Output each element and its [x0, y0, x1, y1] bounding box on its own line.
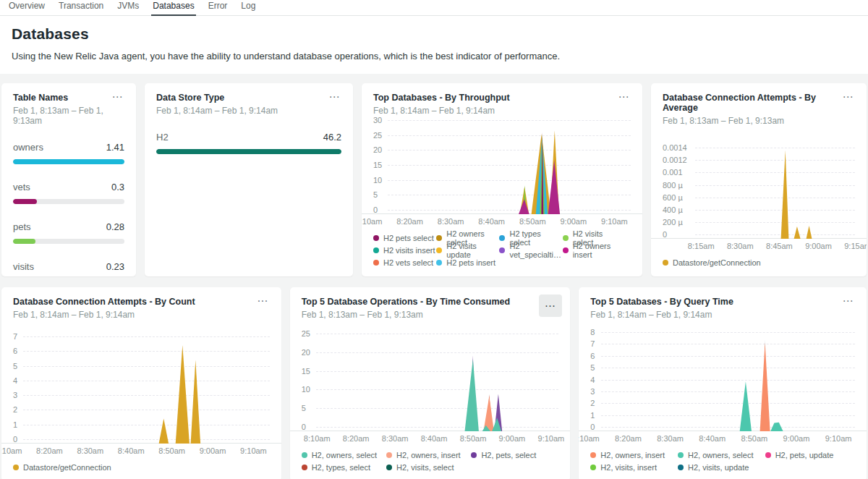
bar-fill — [13, 199, 37, 204]
chart-plot-area[interactable]: 0200 µ400 µ600 µ800 µ0.0010.00120.0014 — [663, 145, 855, 239]
bar-value: 0.3 — [111, 182, 124, 192]
legend-item[interactable]: H2 pets select — [373, 233, 436, 243]
legend-item[interactable]: H2 vet_specialti… — [499, 245, 562, 255]
panel-menu-button[interactable]: ⋯ — [614, 88, 635, 105]
chart-series-area[interactable] — [302, 334, 559, 431]
bar-track — [13, 199, 124, 204]
ellipsis-icon: ⋯ — [257, 294, 269, 307]
tab-jvms[interactable]: JVMs — [116, 0, 140, 16]
legend-dot-icon — [663, 260, 668, 266]
panel-menu-button[interactable]: ⋯ — [838, 292, 859, 309]
legend-label: Datastore/getConnection — [23, 463, 111, 472]
legend-item[interactable]: H2 visits update — [436, 245, 499, 255]
bar-track — [156, 149, 341, 154]
panel-time-range: Feb 1, 8:13am – Feb 1, 9:13am — [302, 310, 559, 320]
legend-label: H2 visits update — [446, 242, 499, 259]
chart-plot-area[interactable]: 0510152025 — [302, 334, 559, 431]
legend-item[interactable]: H2, owners, select — [302, 450, 386, 460]
legend-label: H2, pets, select — [481, 451, 536, 459]
tab-overview[interactable]: Overview — [7, 0, 46, 16]
legend-item[interactable]: H2, owners, insert — [590, 450, 678, 460]
panel-table-names: Table NamesFeb 1, 8:13am – Feb 1, 9:13am… — [1, 83, 136, 276]
bar-row[interactable]: vets0.3 — [13, 182, 124, 204]
tab-error[interactable]: Error — [207, 0, 229, 16]
chart-legend: Datastore/getConnection — [663, 258, 855, 268]
bar-track — [13, 159, 124, 164]
page-header: Databases Using the New Relic Java agent… — [0, 16, 868, 74]
dashboard: Table NamesFeb 1, 8:13am – Feb 1, 9:13am… — [0, 74, 868, 479]
bar-row[interactable]: pets0.28 — [13, 221, 124, 244]
bar-row[interactable]: owners1.41 — [13, 142, 124, 164]
legend-item[interactable]: H2 owners insert — [563, 245, 626, 255]
panel-menu-button[interactable]: ⋯ — [838, 88, 859, 105]
page-title: Databases — [12, 25, 856, 43]
series-datastore-getconnection — [807, 226, 812, 239]
chart-plot-area[interactable]: 012345678 — [590, 332, 855, 431]
bar-label: H2 — [156, 132, 169, 143]
panel-database-connection-attempts-by-count: Database Connection Attempts - By CountF… — [1, 287, 281, 479]
x-tick-label: 8:50am — [741, 434, 767, 443]
legend-label: H2, visits, insert — [600, 463, 657, 472]
chart-series-area[interactable] — [590, 332, 855, 431]
bar-label: vets — [13, 182, 30, 192]
panel-header: Database Connection Attempts - By Averag… — [663, 93, 855, 126]
x-tick-label: 8:40am — [478, 217, 505, 226]
page-description: Using the New Relic Java agent, you have… — [12, 51, 856, 62]
bar-row[interactable]: H246.2 — [156, 132, 341, 154]
x-tick-label: 9:15am — [844, 242, 867, 250]
panel-menu-button[interactable]: ⋯ — [539, 294, 563, 317]
legend-item[interactable]: H2, owners, select — [678, 450, 765, 460]
tab-log[interactable]: Log — [239, 0, 257, 16]
legend-item[interactable]: H2 pets insert — [436, 258, 499, 268]
panel-title: Database Connection Attempts - By Count — [13, 297, 270, 307]
x-tick-label: 8:15am — [688, 242, 715, 250]
bar-label: owners — [13, 142, 43, 153]
tab-transaction[interactable]: Transaction — [57, 0, 105, 16]
panel-menu-button[interactable]: ⋯ — [252, 292, 273, 309]
panel-menu-button[interactable]: ⋯ — [325, 88, 346, 105]
legend-item[interactable]: H2, visits, update — [678, 462, 765, 472]
legend-item[interactable]: Datastore/getConnection — [13, 462, 111, 472]
bar-row-header: H246.2 — [156, 132, 341, 143]
legend-item[interactable]: H2, types, select — [302, 462, 386, 472]
panel-top-databases-by-throughput: Top Databases - By ThroughputFeb 1, 8:14… — [362, 83, 642, 276]
legend-label: H2, owners, select — [688, 451, 753, 459]
chart-plot-area[interactable]: 051015202530 — [373, 120, 631, 214]
ellipsis-icon: ⋯ — [545, 300, 557, 312]
chart-series-area[interactable] — [13, 336, 270, 444]
legend-dot-icon — [13, 465, 19, 470]
chart: 0510152025308:10am8:20am8:30am8:40am8:50… — [373, 120, 631, 226]
x-tick-label: 8:10am — [304, 434, 331, 443]
legend-item[interactable]: H2, visits, insert — [590, 462, 678, 472]
legend-item[interactable]: H2 vets select — [373, 258, 436, 268]
x-tick-label: 8:40am — [421, 434, 448, 443]
x-tick-label: 8:40am — [699, 434, 726, 443]
chart-series-area[interactable] — [373, 120, 631, 214]
legend-label: H2, visits, select — [396, 463, 454, 472]
x-tick-label: 8:10am — [579, 434, 599, 443]
panel-top-5-database-operations-by-time-consumed: Top 5 Database Operations - By Time Cons… — [290, 287, 571, 479]
panel-menu-button[interactable]: ⋯ — [108, 88, 129, 105]
panel-time-range: Feb 1, 8:13am – Feb 1, 9:13am — [663, 116, 855, 126]
bar-value: 0.28 — [106, 221, 124, 232]
chart: 0123456788:10am8:20am8:30am8:40am8:50am9… — [590, 332, 855, 444]
legend-label: H2 vet_specialti… — [509, 242, 562, 259]
legend-item[interactable]: H2, owners, insert — [386, 450, 471, 460]
legend-item[interactable]: Datastore/getConnection — [663, 258, 761, 268]
panel-title: Top 5 Databases - By Query Time — [590, 297, 855, 307]
legend-item[interactable]: H2, visits, select — [386, 462, 471, 472]
x-tick-label: 8:20am — [615, 434, 642, 443]
legend-dot-icon — [499, 247, 505, 253]
chart-plot-area[interactable]: 01234567 — [13, 336, 270, 444]
legend-item[interactable]: H2, pets, select — [471, 450, 556, 460]
legend-item[interactable]: H2 visits insert — [373, 245, 436, 255]
legend-item[interactable]: H2, pets, update — [765, 450, 853, 460]
legend-dot-icon — [302, 452, 307, 458]
chart-series-area[interactable] — [663, 145, 855, 239]
tab-databases[interactable]: Databases — [151, 0, 195, 16]
bar-row[interactable]: visits0.23 — [13, 261, 124, 276]
x-tick-label: 8:20am — [36, 446, 63, 455]
x-tick-label: 8:50am — [519, 217, 546, 226]
legend-label: H2 pets insert — [446, 258, 495, 267]
series-h2-owners-insert — [483, 397, 494, 432]
